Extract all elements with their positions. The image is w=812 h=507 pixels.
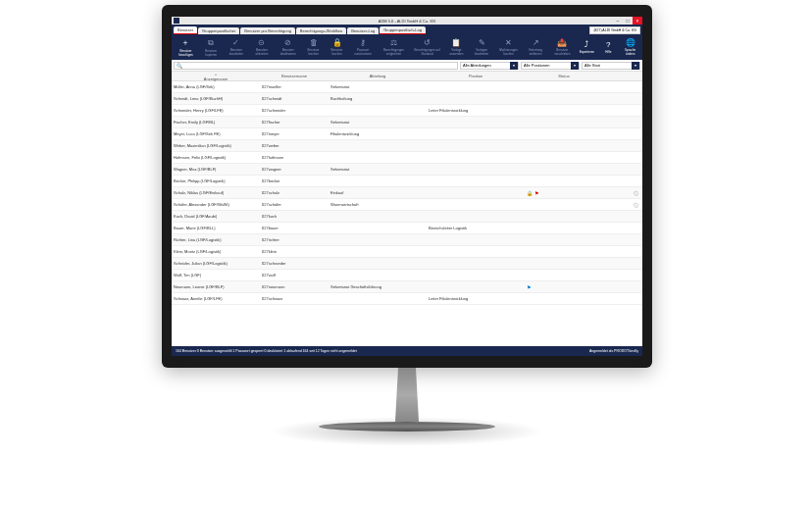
tool-icon: ⧉ bbox=[208, 38, 214, 48]
tool-icon: 📋 bbox=[451, 38, 461, 47]
table-body: Müller, Anna (LGF/Sek)027muellerSekretar… bbox=[172, 81, 642, 327]
table-row[interactable]: Weber, Maximilian (LGF/Logistik)027weber bbox=[172, 140, 642, 152]
filter-bar: 🔍 Alle Abteilungen▾ Alle Positionen▾ All… bbox=[172, 60, 642, 72]
tool-icon: ⚖ bbox=[390, 38, 397, 47]
table-row[interactable]: Becker, Philipp (LGF/Logistik)027becker bbox=[172, 176, 642, 187]
table-row[interactable]: Hofmann, Felix (LGF/Logistik)027hofmann bbox=[172, 152, 642, 164]
tool-icon: ✕ bbox=[505, 38, 512, 47]
titlebar: ADM 5.0 - ALDI GmbH & Co. KG – □ × bbox=[172, 17, 642, 25]
table-row[interactable]: Klein, Moritz (LGF/Logistik)027klein bbox=[172, 246, 642, 258]
table-row[interactable]: Bauer, Marie (LGF/BLL)027bauerBereichsle… bbox=[172, 223, 642, 234]
tool-vorlagenbearbeiten[interactable]: ✎Vorlagen bearbeiten bbox=[470, 37, 493, 57]
flag-icon: ⚑ bbox=[534, 190, 538, 196]
filter-department[interactable]: Alle Abteilungen▾ bbox=[460, 62, 519, 70]
col-position[interactable]: Position bbox=[427, 74, 525, 78]
tool-benutzerkopieren[interactable]: ⧉Benutzer kopieren bbox=[200, 37, 223, 58]
search-input[interactable]: 🔍 bbox=[174, 62, 458, 70]
tool-vertretungentfernen[interactable]: ↗Vertretung entfernen bbox=[524, 37, 548, 57]
tab-gruppenpostfachlog[interactable]: Gruppenpostfach-Log bbox=[380, 26, 426, 34]
window-title: ADM 5.0 - ALDI GmbH & Co. KG bbox=[379, 19, 435, 24]
table-row[interactable]: Schneider, Henry (LGF/LFE)027schneiderLe… bbox=[172, 105, 642, 117]
tool-icon: ⤴ bbox=[584, 40, 588, 49]
tool-benutzerbearbeiten[interactable]: ✓Benutzer bearbeiten bbox=[225, 37, 249, 57]
table-row[interactable]: Schäfer, Alexander (LGF/WaWi)027schäferW… bbox=[172, 199, 642, 211]
table-header: ▲Anzeigename Benutzername Abteilung Posi… bbox=[172, 72, 642, 81]
org-selector[interactable]: (827) ALDI GmbH & Co. KG bbox=[589, 26, 640, 34]
tab-bar: BenutzerGruppenpostfächerBenutzer pro Be… bbox=[172, 25, 642, 34]
tool-benutzerverschieben[interactable]: 📤Benutzer verschieben bbox=[549, 37, 575, 57]
tab-benutzerproberechtigung[interactable]: Benutzer pro Berechtigung bbox=[240, 27, 295, 34]
search-icon: 🔍 bbox=[177, 63, 182, 69]
filter-position[interactable]: Alle Positionen▾ bbox=[521, 62, 580, 70]
table-row[interactable]: Schwarz, Amelie (LGF/LFE)027schwarzLeite… bbox=[172, 293, 642, 305]
col-displayname[interactable]: ▲Anzeigename bbox=[172, 72, 260, 81]
table-row[interactable]: Schmidt, Lena (LGF/BuchH)027schmidtBuchh… bbox=[172, 93, 642, 105]
close-button[interactable]: × bbox=[633, 17, 642, 25]
chevron-down-icon: ▾ bbox=[510, 62, 518, 70]
tool-benutzerlschen[interactable]: 🔒Benutzer löschen bbox=[327, 37, 348, 57]
tool-icon: ↺ bbox=[424, 38, 431, 47]
app-icon bbox=[174, 18, 179, 24]
filter-status[interactable]: Alle Stati▾ bbox=[582, 62, 640, 70]
lock-icon: 🔒 bbox=[527, 190, 533, 196]
col-username[interactable]: Benutzername bbox=[260, 74, 329, 78]
tool-markierungenlschen[interactable]: ✕Markierungen löschen bbox=[495, 37, 521, 57]
table-row[interactable]: Meyer, Luca (LGF/Sek FE)027meyerFilialen… bbox=[172, 128, 642, 140]
col-status[interactable]: Status bbox=[525, 74, 603, 78]
tool-icon: ⚷ bbox=[360, 38, 366, 47]
tool-icon: ? bbox=[606, 40, 610, 49]
chevron-down-icon: ▾ bbox=[632, 62, 639, 70]
tool-icon: ✎ bbox=[479, 38, 485, 47]
table-row[interactable]: Wagner, Max (LGF/BLF)027wagnerSekretaria… bbox=[172, 164, 642, 176]
status-right: Angemeldet als PRODOT/ärsKy bbox=[589, 349, 638, 353]
flag-icon: ⚑ bbox=[527, 284, 531, 290]
tool-berechtigungenaufstandard[interactable]: ↺Berechtigungen auf Standard bbox=[411, 37, 443, 57]
tab-gruppenpostfcher[interactable]: Gruppenpostfächer bbox=[198, 27, 239, 34]
search-field[interactable] bbox=[184, 63, 455, 68]
tool-berechtigungenvergleichen[interactable]: ⚖Berechtigungen vergleichen bbox=[379, 37, 410, 57]
table-row[interactable]: Neumann, Leonie (LGF/BLF)027neumannSekre… bbox=[172, 281, 642, 293]
table-row[interactable]: Schröder, Julian (LGF/Logistik)027schroe… bbox=[172, 258, 642, 270]
tool-icon: ⊘ bbox=[284, 38, 291, 47]
tool-icon: ✓ bbox=[232, 38, 239, 47]
table-row[interactable]: Schulz, Niklas (LGF/Einkauf)027schulzEin… bbox=[172, 187, 642, 199]
tool-vorlageanwenden[interactable]: 📋Vorlage anwenden bbox=[445, 37, 468, 57]
tool-benutzerlschen[interactable]: 🗑Benutzer löschen bbox=[303, 37, 325, 57]
chevron-down-icon: ▾ bbox=[571, 62, 579, 70]
tab-berechtigungsworkflow[interactable]: Berechtigungs-Workflow bbox=[296, 27, 346, 34]
table-row[interactable]: Koch, David (LGF/Azubi)027koch bbox=[172, 211, 642, 223]
tool-icon: ⊝ bbox=[258, 38, 265, 47]
tab-benutzer[interactable]: Benutzer bbox=[174, 26, 197, 34]
tool-icon: 📤 bbox=[557, 38, 567, 47]
table-row[interactable]: Fischer, Emily (LGF/BL)027fischerSekreta… bbox=[172, 117, 642, 128]
status-bar: 164 Benutzer 0 Benutzer ausgewählt 1 Pas… bbox=[172, 346, 642, 356]
tool-icon: 🌐 bbox=[626, 38, 635, 47]
tool-hilfe[interactable]: ?Hilfe bbox=[598, 39, 618, 55]
toolbar: ＋Benutzer hinzufügen⧉Benutzer kopieren✓B… bbox=[172, 34, 642, 60]
tool-icon: 🗑 bbox=[310, 38, 318, 47]
tool-icon: ↗ bbox=[533, 38, 539, 47]
col-department[interactable]: Abteilung bbox=[329, 74, 427, 78]
tool-benutzerdeaktivieren[interactable]: ⊘Benutzer deaktivieren bbox=[276, 37, 301, 57]
tool-passwortzurcksetzen[interactable]: ⚷Passwort zurücksetzen bbox=[349, 37, 376, 57]
tool-icon: ＋ bbox=[181, 37, 189, 48]
table-row[interactable]: Wolf, Tim (LGF)027wolf bbox=[172, 270, 642, 281]
tool-benutzerhinzufgen[interactable]: ＋Benutzer hinzufügen bbox=[174, 36, 198, 58]
tool-sprachendern[interactable]: 🌐Sprache ändern bbox=[620, 37, 640, 57]
tool-exportieren[interactable]: ⤴Exportieren bbox=[577, 39, 596, 55]
tool-benutzeraktivieren[interactable]: ⊝Benutzer aktivieren bbox=[250, 37, 274, 57]
tab-benutzerlog[interactable]: Benutzer-Log bbox=[347, 27, 379, 34]
table-row[interactable]: Müller, Anna (LGF/Sek)027muellerSekretar… bbox=[172, 81, 642, 93]
maximize-button[interactable]: □ bbox=[623, 17, 633, 25]
minimize-button[interactable]: – bbox=[613, 17, 623, 25]
table-row[interactable]: Richter, Lina (LGF/Logistik)027richter bbox=[172, 234, 642, 246]
tool-icon: 🔒 bbox=[332, 38, 342, 47]
status-left: 164 Benutzer 0 Benutzer ausgewählt 1 Pas… bbox=[176, 349, 357, 353]
